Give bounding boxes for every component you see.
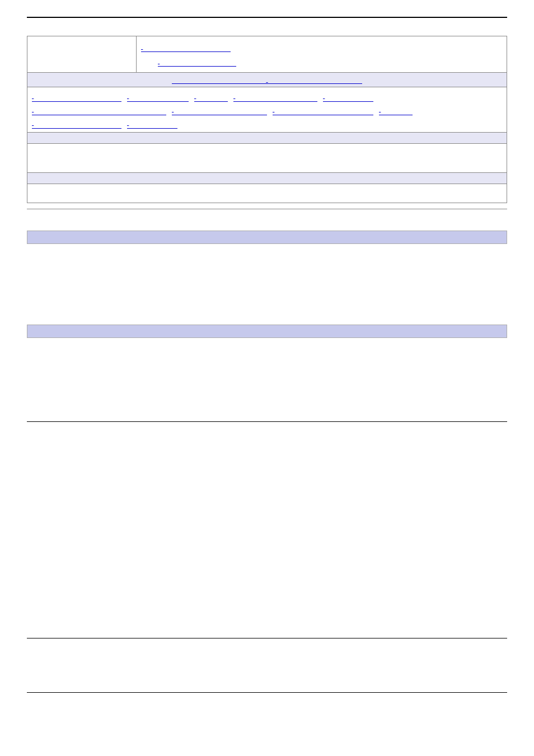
inline-link-5[interactable] — [323, 91, 373, 102]
bottom-rule — [27, 692, 507, 693]
inline-link-8[interactable] — [273, 104, 373, 115]
white-block-1 — [27, 143, 507, 172]
inline-link-6[interactable] — [32, 104, 166, 115]
links-wrap — [27, 87, 507, 133]
inline-link-1[interactable] — [32, 91, 121, 102]
band-center-link-row — [27, 72, 507, 87]
links-row — [27, 87, 507, 133]
table-header-row — [27, 36, 507, 72]
inline-link-10[interactable] — [32, 118, 121, 129]
inline-link-2[interactable] — [127, 91, 189, 102]
inline-link-7[interactable] — [172, 104, 267, 115]
white-block-2 — [27, 184, 507, 203]
header-link-1[interactable] — [141, 42, 231, 52]
header-link-2[interactable] — [158, 57, 236, 67]
header-left-cell — [27, 36, 137, 72]
header-right-cell — [137, 36, 507, 72]
mid-rule-2 — [27, 638, 507, 638]
band-center-link[interactable] — [172, 76, 362, 84]
top-rule — [27, 17, 507, 18]
band-row-3 — [27, 172, 507, 184]
section-band-2 — [27, 325, 507, 338]
inline-link-9[interactable] — [379, 104, 413, 115]
band-row-2 — [27, 132, 507, 143]
info-table — [27, 36, 507, 203]
mid-rule-1 — [27, 421, 507, 422]
page-container — [0, 0, 534, 338]
inline-link-4[interactable] — [233, 91, 317, 102]
inline-link-11[interactable] — [127, 118, 177, 129]
section-band-1 — [27, 231, 507, 244]
inline-link-3[interactable] — [194, 91, 228, 102]
